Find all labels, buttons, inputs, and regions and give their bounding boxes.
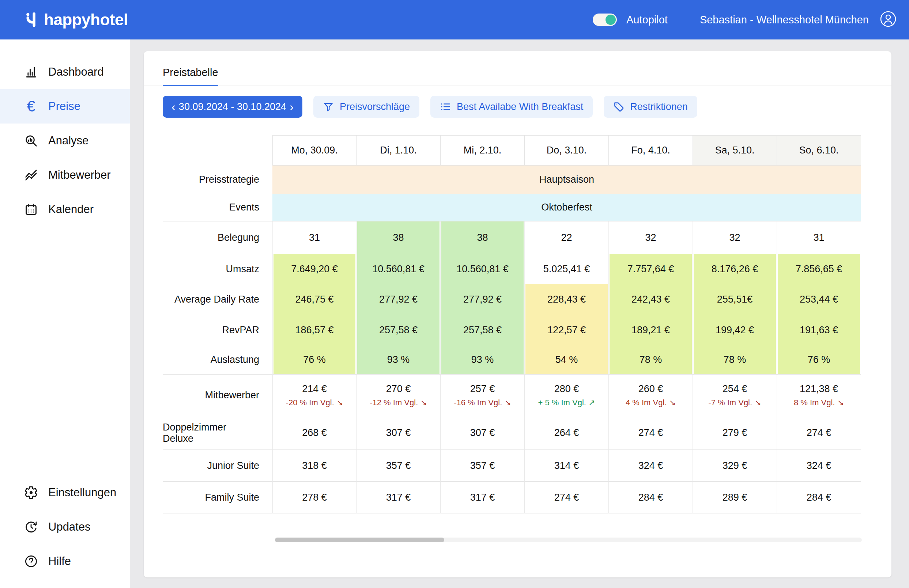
metric-cell: 54 % bbox=[525, 345, 609, 375]
sidebar-item-hilfe[interactable]: Hilfe bbox=[0, 544, 130, 578]
room-price-cell[interactable]: 357 € bbox=[441, 450, 525, 481]
competitor-compare-down: 8 % Im Vgl. ↘ bbox=[794, 398, 844, 407]
gear-icon bbox=[24, 486, 38, 499]
sidebar-item-label: Einstellungen bbox=[48, 486, 116, 499]
sidebar-item-label: Preise bbox=[48, 100, 81, 113]
sidebar-item-einstellungen[interactable]: Einstellungen bbox=[0, 475, 130, 510]
day-header[interactable]: Fo, 4.10. bbox=[609, 135, 693, 166]
trend-lines-icon bbox=[24, 168, 38, 182]
date-range-label: 30.09.2024 - 30.10.2024 bbox=[179, 101, 286, 113]
room-price-cell[interactable]: 289 € bbox=[693, 481, 777, 514]
competitors-row-label: Mitbewerber bbox=[163, 375, 272, 416]
metric-cell: 242,43 € bbox=[609, 284, 693, 315]
events-row-label: Events bbox=[163, 194, 272, 221]
chevron-right-icon[interactable]: › bbox=[289, 101, 294, 113]
day-header[interactable]: So, 6.10. bbox=[777, 135, 861, 166]
room-row-label: Doppelzimmer Deluxe bbox=[163, 416, 272, 450]
room-price-cell[interactable]: 279 € bbox=[693, 416, 777, 450]
room-price-cell[interactable]: 307 € bbox=[356, 416, 441, 450]
room-price-cell[interactable]: 314 € bbox=[525, 450, 609, 481]
room-price-cell[interactable]: 307 € bbox=[441, 416, 525, 450]
competitor-compare-down: 4 % Im Vgl. ↘ bbox=[626, 398, 676, 407]
metric-cell: 246,75 € bbox=[272, 284, 356, 315]
horizontal-scrollbar-track[interactable] bbox=[275, 538, 862, 542]
metric-cell: 122,57 € bbox=[525, 315, 609, 345]
day-header[interactable]: Do, 3.10. bbox=[525, 135, 609, 166]
toolbar: ‹ 30.09.2024 - 30.10.2024 › Preisvorschl… bbox=[163, 96, 872, 118]
room-price-cell[interactable]: 278 € bbox=[272, 481, 356, 514]
day-header[interactable]: Sa, 5.10. bbox=[693, 135, 777, 166]
search-chart-icon bbox=[24, 134, 38, 148]
metric-cell: 186,57 € bbox=[272, 315, 356, 345]
metric-cell: 38 bbox=[356, 221, 441, 254]
autopilot-label: Autopilot bbox=[626, 14, 668, 26]
competitor-compare-down: -16 % Im Vgl. ↘ bbox=[454, 398, 511, 407]
strategy-row-label: Preisstrategie bbox=[163, 166, 272, 194]
sidebar-item-label: Dashboard bbox=[48, 65, 104, 79]
room-price-cell[interactable]: 318 € bbox=[272, 450, 356, 481]
competitor-price: 260 € bbox=[639, 383, 663, 395]
room-price-cell[interactable]: 324 € bbox=[609, 450, 693, 481]
metric-cell: 7.757,64 € bbox=[609, 254, 693, 284]
room-price-cell[interactable]: 264 € bbox=[525, 416, 609, 450]
competitor-cell: 257 €-16 % Im Vgl. ↘ bbox=[441, 375, 525, 416]
competitor-cell: 280 €+ 5 % Im Vgl. ↗ bbox=[525, 375, 609, 416]
sidebar-item-preise[interactable]: € Preise bbox=[0, 89, 130, 124]
room-price-cell[interactable]: 274 € bbox=[525, 481, 609, 514]
user-avatar-icon[interactable] bbox=[880, 11, 896, 29]
metric-cell: 31 bbox=[777, 221, 861, 254]
sidebar-item-mitbewerber[interactable]: Mitbewerber bbox=[0, 158, 130, 192]
room-row-label: Family Suite bbox=[163, 481, 272, 514]
room-price-cell[interactable]: 324 € bbox=[777, 450, 861, 481]
autopilot-toggle[interactable] bbox=[593, 13, 617, 26]
sidebar-footer: Einstellungen Updates bbox=[0, 475, 130, 588]
price-table: Mo, 30.09.Di, 1.10.Mi, 2.10.Do, 3.10.Fo,… bbox=[163, 135, 861, 514]
metric-cell: 32 bbox=[693, 221, 777, 254]
metric-cell: 277,92 € bbox=[441, 284, 525, 315]
rate-plan-button[interactable]: Best Availabe With Breakfast bbox=[430, 96, 593, 118]
room-price-cell[interactable]: 268 € bbox=[272, 416, 356, 450]
room-price-cell[interactable]: 274 € bbox=[609, 416, 693, 450]
room-price-cell[interactable]: 274 € bbox=[777, 416, 861, 450]
events-value-band: Oktoberfest bbox=[272, 194, 861, 221]
metric-cell: 31 bbox=[272, 221, 356, 254]
metric-cell: 78 % bbox=[693, 345, 777, 375]
metric-row-label: RevPAR bbox=[163, 315, 272, 345]
competitor-compare-down: -12 % Im Vgl. ↘ bbox=[370, 398, 427, 407]
metric-cell: 257,58 € bbox=[356, 315, 441, 345]
sidebar-item-kalender[interactable]: Kalender bbox=[0, 192, 130, 226]
sidebar-item-updates[interactable]: Updates bbox=[0, 510, 130, 544]
room-price-cell[interactable]: 317 € bbox=[356, 481, 441, 514]
room-price-cell[interactable]: 284 € bbox=[609, 481, 693, 514]
sidebar: Dashboard € Preise Analyse bbox=[0, 39, 130, 588]
restrictions-button[interactable]: Restriktionen bbox=[604, 96, 697, 118]
bar-chart-icon bbox=[24, 65, 38, 79]
sidebar-item-label: Kalender bbox=[48, 203, 94, 216]
room-price-cell[interactable]: 329 € bbox=[693, 450, 777, 481]
day-header[interactable]: Di, 1.10. bbox=[356, 135, 441, 166]
room-price-cell[interactable]: 357 € bbox=[356, 450, 441, 481]
tab-preistabelle[interactable]: Preistabelle bbox=[163, 66, 218, 86]
user-hotel-label: Sebastian - Wellnesshotel München bbox=[700, 14, 869, 26]
topbar-right: Autopilot Sebastian - Wellnesshotel Münc… bbox=[593, 11, 896, 29]
sidebar-item-analyse[interactable]: Analyse bbox=[0, 124, 130, 158]
chevron-left-icon[interactable]: ‹ bbox=[171, 101, 176, 113]
main-area: Preistabelle ‹ 30.09.2024 - 30.10.2024 ›… bbox=[130, 39, 909, 588]
price-table-card: Preistabelle ‹ 30.09.2024 - 30.10.2024 ›… bbox=[144, 51, 891, 577]
metric-cell: 78 % bbox=[609, 345, 693, 375]
competitor-cell: 254 €-7 % Im Vgl. ↘ bbox=[693, 375, 777, 416]
content-frame: Dashboard € Preise Analyse bbox=[0, 39, 909, 588]
sidebar-item-dashboard[interactable]: Dashboard bbox=[0, 55, 130, 89]
price-suggestions-button[interactable]: Preisvorschläge bbox=[313, 96, 419, 118]
competitor-cell: 214 €-20 % Im Vgl. ↘ bbox=[272, 375, 356, 416]
room-price-cell[interactable]: 317 € bbox=[441, 481, 525, 514]
clock-refresh-icon bbox=[24, 520, 38, 534]
room-price-cell[interactable]: 284 € bbox=[777, 481, 861, 514]
sidebar-nav: Dashboard € Preise Analyse bbox=[0, 39, 130, 226]
horizontal-scrollbar-thumb[interactable] bbox=[275, 538, 444, 542]
date-range-picker[interactable]: ‹ 30.09.2024 - 30.10.2024 › bbox=[163, 96, 302, 118]
room-row-label: Junior Suite bbox=[163, 450, 272, 481]
day-header[interactable]: Mi, 2.10. bbox=[441, 135, 525, 166]
day-header[interactable]: Mo, 30.09. bbox=[272, 135, 356, 166]
metric-cell: 10.560,81 € bbox=[441, 254, 525, 284]
